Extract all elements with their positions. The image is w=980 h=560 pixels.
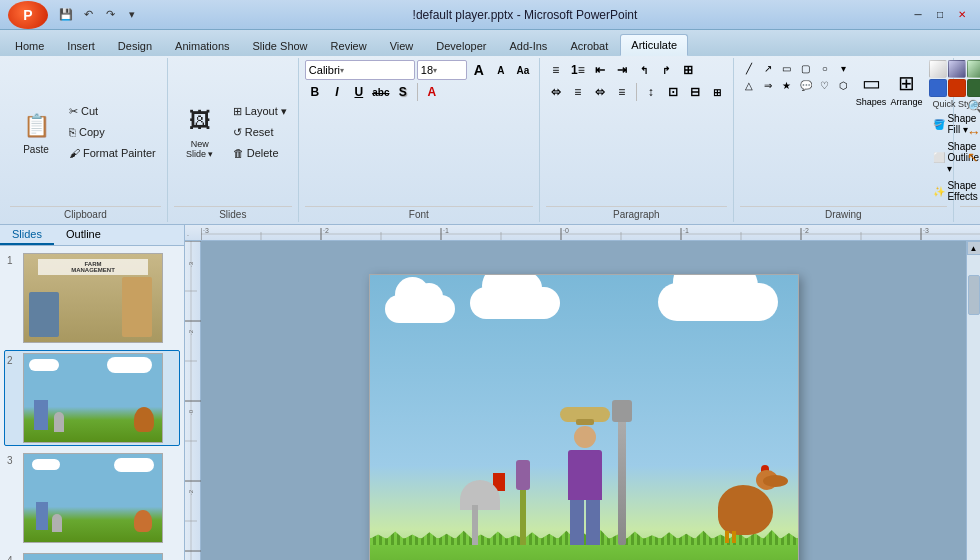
slide-thumb-2[interactable]: 2 [4,350,180,446]
tab-outline[interactable]: Outline [54,225,113,245]
increase-font-button[interactable]: A [469,60,489,80]
qs-1[interactable] [929,60,947,78]
office-button[interactable]: P [8,1,48,29]
tab-slides[interactable]: Slides [0,225,54,245]
undo-button[interactable]: ↶ [78,6,98,24]
tab-slideshow[interactable]: Slide Show [242,34,319,56]
shape-star[interactable]: ★ [778,77,796,93]
svg-text:·3: ·3 [923,227,929,234]
font-size-combo[interactable]: 18 ▾ [417,60,467,80]
svg-text:·2: ·2 [803,227,809,234]
tab-review[interactable]: Review [320,34,378,56]
tab-view[interactable]: View [379,34,425,56]
ribbon-tab-bar: Home Insert Design Animations Slide Show… [0,30,980,56]
font-color-button[interactable]: A [422,82,442,102]
slides-group: 🖼 NewSlide ▾ ⊞ Layout ▾ ↺ Reset 🗑 Delete… [168,58,299,222]
chicken-body [718,485,773,535]
quick-access-toolbar: 💾 ↶ ↷ ▾ [56,6,142,24]
shadow-button[interactable]: S [393,82,413,102]
cut-icon: ✂ [69,105,78,118]
shape-rrect[interactable]: ▢ [797,60,815,76]
ltr-button[interactable]: ↱ [656,60,676,80]
scroll-track[interactable] [967,255,981,560]
qa-dropdown[interactable]: ▾ [122,6,142,24]
shape-rtarrow[interactable]: ⇒ [759,77,777,93]
find-button[interactable]: 🔍 Find [960,96,980,118]
bold-button[interactable]: B [305,82,325,102]
columns-button[interactable]: ⊞ [678,60,698,80]
shape-more[interactable]: ▾ [835,60,853,76]
font-content: Calibri ▾ 18 ▾ A A Aa B I U abc [305,60,533,204]
main-content: · ·3 ·2 ·1 ·0 [185,225,980,560]
close-button[interactable]: ✕ [952,6,972,24]
line-spacing-button[interactable]: ↕ [641,82,661,102]
tab-developer[interactable]: Developer [425,34,497,56]
maximize-button[interactable]: □ [930,6,950,24]
italic-button[interactable]: I [327,82,347,102]
paste-button[interactable]: 📋 Paste [10,103,62,161]
align-center-button[interactable]: ≡ [568,82,588,102]
new-slide-button[interactable]: 🖼 NewSlide ▾ [174,103,226,161]
shapes-button[interactable]: ▭ Shapes [855,60,888,118]
tab-articulate[interactable]: Articulate [620,34,688,56]
select-button[interactable]: ↖ Select ▾ [960,146,980,168]
tab-insert[interactable]: Insert [56,34,106,56]
decrease-indent-button[interactable]: ⇤ [590,60,610,80]
tab-design[interactable]: Design [107,34,163,56]
layout-button[interactable]: ⊞ Layout ▾ [228,101,292,121]
tab-home[interactable]: Home [4,34,55,56]
chicken [713,465,783,545]
align-left-button[interactable]: ⬄ [546,82,566,102]
qs-4[interactable] [929,79,947,97]
reset-button[interactable]: ↺ Reset [228,122,292,142]
shape-hex[interactable]: ⬡ [835,77,853,93]
cut-button[interactable]: ✂ Cut [64,101,161,121]
delete-button[interactable]: 🗑 Delete [228,143,292,163]
shape-oval[interactable]: ○ [816,60,834,76]
tab-addins[interactable]: Add-Ins [498,34,558,56]
editing-btns: 🔍 Find ↔ Replace... ↖ Select ▾ [960,96,980,168]
save-button[interactable]: 💾 [56,6,76,24]
align-right-button[interactable]: ⬄ [590,82,610,102]
shape-heart[interactable]: ♡ [816,77,834,93]
format-painter-button[interactable]: 🖌 Format Painter [64,143,161,163]
slide-thumb-1[interactable]: 1 FARMMANAGEMENT [4,250,180,346]
scroll-up-button[interactable]: ▲ [967,241,981,255]
slide-area[interactable] [201,241,966,560]
smartart-button[interactable]: ⊞ [707,82,727,102]
clear-format-button[interactable]: Aa [513,60,533,80]
scroll-thumb[interactable] [968,275,980,315]
slide-thumb-4[interactable]: 4 [4,550,180,560]
font-name-combo[interactable]: Calibri ▾ [305,60,415,80]
decrease-font-button[interactable]: A [491,60,511,80]
bullets-button[interactable]: ≡ [546,60,566,80]
copy-button[interactable]: ⎘ Copy [64,122,161,142]
vertical-scrollbar[interactable]: ▲ ▼ [966,241,980,560]
tab-acrobat[interactable]: Acrobat [559,34,619,56]
font-separator [417,83,418,101]
minimize-button[interactable]: ─ [908,6,928,24]
text-direction-button[interactable]: ⊡ [663,82,683,102]
justify-button[interactable]: ≡ [612,82,632,102]
tab-animations[interactable]: Animations [164,34,240,56]
slide-num-1: 1 [7,255,19,266]
underline-button[interactable]: U [349,82,369,102]
text-align-button[interactable]: ⊟ [685,82,705,102]
shape-arrow[interactable]: ↗ [759,60,777,76]
slide-preview-2 [23,353,163,443]
shape-rect[interactable]: ▭ [778,60,796,76]
slide-thumb-3[interactable]: 3 [4,450,180,546]
rtl-button[interactable]: ↰ [634,60,654,80]
shape-line[interactable]: ╱ [740,60,758,76]
redo-button[interactable]: ↷ [100,6,120,24]
increase-indent-button[interactable]: ⇥ [612,60,632,80]
arrange-button[interactable]: ⊞ Arrange [889,60,923,118]
vertical-ruler: ·3 ·2 ·0 ·2 [185,241,201,560]
slide-list: 1 FARMMANAGEMENT 2 [0,246,184,560]
chicken-wing [763,475,788,487]
strikethrough-button[interactable]: abc [371,82,391,102]
shape-callout[interactable]: 💬 [797,77,815,93]
replace-button[interactable]: ↔ Replace... [960,121,980,143]
numbering-button[interactable]: 1≡ [568,60,588,80]
shape-triangle[interactable]: △ [740,77,758,93]
